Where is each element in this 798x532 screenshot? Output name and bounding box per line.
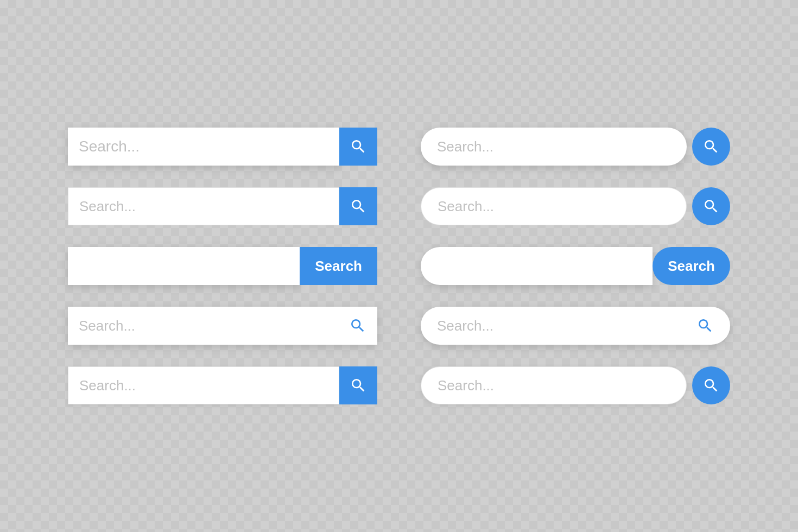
placeholder-5-left: Search... xyxy=(79,377,136,394)
search-bar-row-4-left: Search... xyxy=(68,307,377,345)
search-icon xyxy=(350,138,367,155)
search-icon xyxy=(349,317,366,334)
search-button-5-left[interactable] xyxy=(339,366,377,404)
search-input-3-right[interactable] xyxy=(421,247,653,285)
search-input-1-left[interactable]: Search... xyxy=(68,128,339,166)
placeholder-5-right: Search... xyxy=(438,377,494,394)
search-input-2-left[interactable]: Search... xyxy=(68,187,339,225)
search-icon xyxy=(702,138,720,155)
search-input-4-right[interactable]: Search... xyxy=(421,307,730,345)
placeholder-2-right: Search... xyxy=(438,198,494,215)
search-button-2-left[interactable] xyxy=(339,187,377,225)
search-button-3-left[interactable]: Search xyxy=(300,247,377,285)
search-icon xyxy=(696,317,714,334)
search-button-3-right[interactable]: Search xyxy=(653,247,730,285)
search-button-2-right[interactable] xyxy=(692,187,730,225)
search-bar-row-3-left: Search xyxy=(68,247,377,285)
search-input-4-left[interactable]: Search... xyxy=(68,307,377,345)
search-label-3-left: Search xyxy=(315,258,362,275)
search-button-5-right[interactable] xyxy=(692,366,730,404)
search-input-5-right[interactable]: Search... xyxy=(421,366,687,404)
search-button-1-left[interactable] xyxy=(339,128,377,166)
search-bar-row-1-right: Search... xyxy=(421,128,730,166)
search-bar-row-2-right: Search... xyxy=(421,187,730,225)
search-bar-row-3-right: Search xyxy=(421,247,730,285)
search-label-3-right: Search xyxy=(668,258,715,275)
search-input-5-left[interactable]: Search... xyxy=(68,366,339,404)
search-icon xyxy=(350,377,367,394)
search-bar-row-5-left: Search... xyxy=(68,366,377,404)
placeholder-4-right: Search... xyxy=(437,318,493,334)
placeholder-1-right: Search... xyxy=(437,138,493,155)
search-icon xyxy=(702,198,720,215)
search-button-1-right[interactable] xyxy=(692,128,730,166)
search-bar-row-2-left: Search... xyxy=(68,187,377,225)
search-bar-row-5-right: Search... xyxy=(421,366,730,404)
search-bar-row-1-left: Search... xyxy=(68,128,377,166)
search-icon xyxy=(702,377,720,394)
placeholder-1-left: Search... xyxy=(79,138,140,155)
search-input-1-right[interactable]: Search... xyxy=(421,128,687,166)
search-input-3-left[interactable] xyxy=(68,247,300,285)
main-container: Search... Search... Search... xyxy=(46,106,752,426)
search-input-2-right[interactable]: Search... xyxy=(421,187,687,225)
placeholder-2-left: Search... xyxy=(79,198,136,215)
search-bar-row-4-right: Search... xyxy=(421,307,730,345)
placeholder-4-left: Search... xyxy=(79,318,135,334)
search-icon xyxy=(350,198,367,215)
